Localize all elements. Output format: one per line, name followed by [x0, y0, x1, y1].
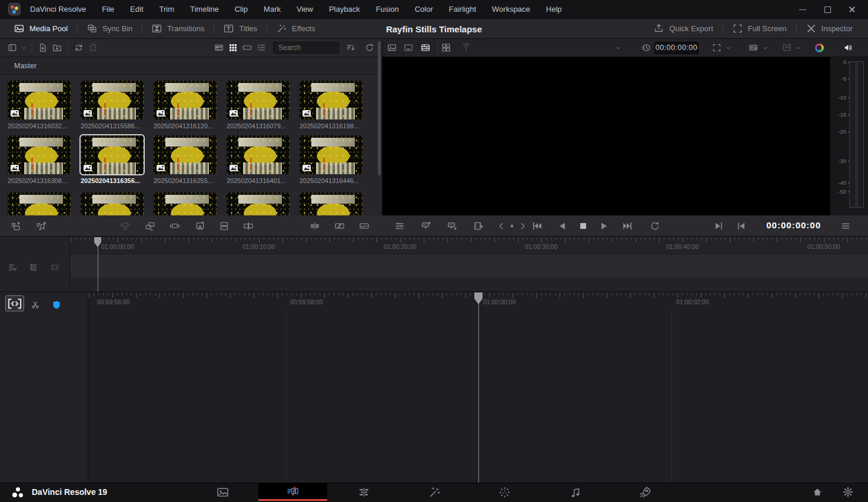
enhance-chevron-icon[interactable] [794, 41, 803, 55]
media-clip[interactable]: 202502041316120... [154, 81, 220, 129]
media-clip[interactable]: 202502041315586... [81, 81, 147, 129]
film-view-icon[interactable] [48, 260, 62, 274]
place-on-top-icon[interactable] [168, 219, 182, 233]
transport-timecode[interactable]: 00:00:00:00 [762, 220, 821, 230]
sort-icon[interactable] [344, 41, 358, 55]
playback-tools-icon[interactable] [393, 219, 407, 233]
inspector-button[interactable]: Inspector [797, 19, 862, 38]
multicam-view-icon[interactable] [439, 41, 453, 55]
media-clip[interactable] [154, 192, 220, 215]
effects-button[interactable]: Effects [267, 19, 325, 38]
clip-name-chevron-icon[interactable] [614, 41, 623, 55]
jog-clock-icon[interactable] [639, 41, 653, 55]
resize-chevron-icon[interactable] [724, 41, 733, 55]
proxy-chevron-icon[interactable] [761, 41, 770, 55]
minimize-button[interactable] [799, 5, 807, 14]
append-clip-icon[interactable] [143, 219, 157, 233]
source-tape-icon[interactable] [401, 41, 415, 55]
track-sort-icon[interactable] [26, 260, 41, 274]
append-video-icon[interactable] [9, 219, 23, 233]
viewer-timecode[interactable]: 00:00:00:00 [654, 42, 699, 54]
ripple-overwrite-icon[interactable] [241, 219, 255, 233]
source-overwrite-icon[interactable] [193, 219, 207, 233]
play-reverse-button[interactable] [555, 219, 569, 233]
thumbnail-view-icon[interactable] [226, 41, 240, 55]
metadata-view-icon[interactable] [212, 41, 226, 55]
page-tab-deliver[interactable] [633, 483, 657, 501]
close-button[interactable] [848, 5, 856, 14]
menu-fairlight[interactable]: Fairlight [449, 5, 476, 14]
menu-color[interactable]: Color [415, 5, 433, 14]
menu-view[interactable]: View [297, 5, 313, 14]
next-edit-icon[interactable] [711, 219, 726, 233]
menu-edit[interactable]: Edit [130, 5, 143, 14]
enhance-icon[interactable] [780, 41, 794, 55]
page-tab-color[interactable] [493, 483, 516, 501]
menu-mark[interactable]: Mark [264, 5, 281, 14]
page-tab-media[interactable] [211, 483, 234, 501]
trim-tool-icon[interactable] [5, 295, 24, 311]
goto-start-button[interactable] [530, 219, 544, 233]
menu-file[interactable]: File [102, 5, 114, 14]
prev-edit-icon[interactable] [734, 219, 749, 233]
media-pool-scrollbar[interactable] [378, 41, 381, 175]
menu-trim[interactable]: Trim [159, 5, 175, 14]
filmstrip-view-icon[interactable] [240, 41, 254, 55]
import-media-icon[interactable] [36, 41, 50, 55]
timeline-options-icon[interactable] [6, 260, 20, 274]
stop-button[interactable] [576, 219, 590, 233]
project-settings-gear-icon[interactable] [841, 485, 855, 499]
smart-insert-icon[interactable] [118, 219, 132, 233]
maximize-button[interactable] [823, 5, 832, 14]
page-tab-cut[interactable] [258, 483, 327, 501]
poi-add-icon[interactable]: POI [445, 219, 459, 233]
play-button[interactable] [597, 219, 611, 233]
color-grade-icon[interactable] [812, 41, 826, 55]
menu-playback[interactable]: Playback [329, 5, 360, 14]
live-overwrite-icon[interactable] [459, 41, 473, 55]
media-clip[interactable]: 202502041316308... [8, 135, 74, 184]
page-tab-edit[interactable] [352, 483, 375, 501]
proxy-quality-icon[interactable] [746, 41, 760, 55]
menu-clip[interactable]: Clip [235, 5, 248, 14]
resync-bin-icon[interactable] [72, 41, 86, 55]
media-pool-button[interactable]: Media Pool [5, 19, 77, 38]
media-clip[interactable]: 202502041316198... [300, 81, 366, 129]
import-folder-icon[interactable] [50, 41, 64, 55]
quick-export-button[interactable]: Quick Export [644, 19, 722, 38]
timeline-view-icon[interactable] [418, 41, 433, 55]
list-view-icon[interactable] [254, 41, 268, 55]
transition-icon[interactable] [332, 219, 347, 233]
source-clip-icon[interactable] [385, 41, 399, 55]
media-clip[interactable]: 202502041316356... [81, 135, 147, 184]
mark-out-icon[interactable] [516, 219, 530, 233]
overwrite-icon[interactable] [217, 219, 231, 233]
preview-play-icon[interactable] [472, 219, 486, 233]
relink-media-icon[interactable] [86, 41, 100, 55]
resize-frame-icon[interactable] [710, 41, 724, 55]
goto-end-button[interactable] [621, 219, 635, 233]
split-clips-icon[interactable] [308, 219, 322, 233]
media-clip[interactable]: 202502041316032... [8, 81, 74, 129]
media-clip[interactable]: 202502041316079... [227, 81, 293, 129]
audio-speaker-icon[interactable] [841, 41, 855, 55]
menu-davinci-resolve[interactable]: DaVinci Resolve [30, 5, 86, 14]
menu-fusion[interactable]: Fusion [376, 5, 399, 14]
timeline-options-menu-icon[interactable] [839, 219, 853, 233]
page-tab-fairlight[interactable] [563, 483, 587, 501]
poi-icon[interactable]: POI [419, 219, 433, 233]
full-screen-button[interactable]: Full Screen [723, 19, 796, 38]
media-clip[interactable] [8, 192, 74, 215]
search-input[interactable] [273, 42, 339, 54]
titles-button[interactable]: Titles [214, 19, 267, 38]
bin-list-icon[interactable] [5, 41, 19, 55]
razor-icon[interactable] [28, 298, 42, 312]
menu-timeline[interactable]: Timeline [190, 5, 219, 14]
chevron-down-icon[interactable] [19, 41, 28, 55]
media-clip[interactable] [81, 192, 147, 215]
upper-playhead[interactable] [94, 237, 101, 247]
media-clip[interactable] [300, 192, 366, 215]
upper-timeline-ruler[interactable]: 01:00:00:0001:00:10:0001:00:20:0001:00:3… [71, 237, 868, 254]
boring-detector-shield-icon[interactable] [49, 298, 64, 312]
media-clip[interactable]: 202502041316401... [227, 135, 293, 184]
